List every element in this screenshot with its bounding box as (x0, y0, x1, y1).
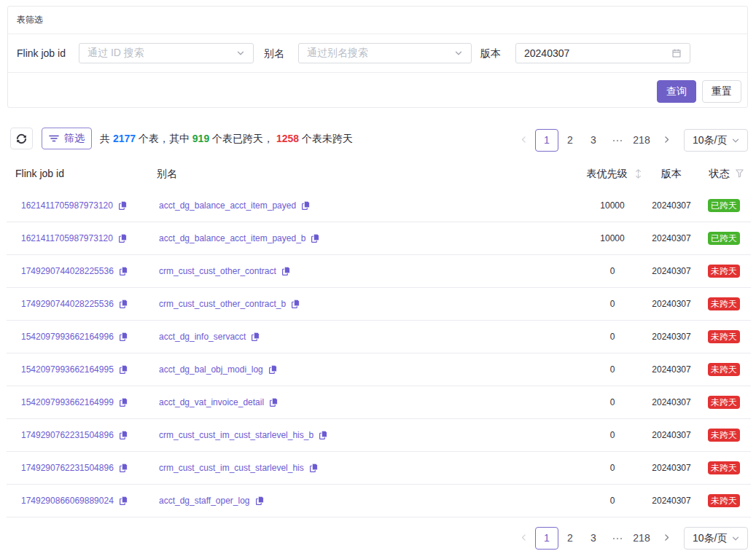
copy-icon[interactable] (251, 332, 260, 342)
top-pagination-row: 123218 10条/页 (0, 129, 756, 152)
funnel-filter-icon[interactable] (736, 169, 744, 178)
copy-icon[interactable] (269, 397, 278, 407)
chevron-down-icon (454, 49, 463, 58)
flink-job-id-link[interactable]: 1542097993662164996 (21, 332, 114, 342)
status-badge: 已跨天 (708, 199, 740, 212)
page-number-button[interactable]: 218 (628, 527, 655, 550)
next-page-button[interactable] (655, 129, 678, 152)
status-cell: 未跨天 (695, 321, 753, 353)
flink-job-id-link[interactable]: 1621411705987973120 (21, 200, 113, 211)
alias-link[interactable]: acct_dg_bal_obj_modi_log (159, 364, 263, 375)
alias-link[interactable]: acct_dg_balance_acct_item_payed_b (159, 233, 305, 243)
status-cell: 未跨天 (695, 288, 753, 320)
page-size-select[interactable]: 10条/页 (684, 129, 748, 152)
status-badge: 未跨天 (708, 461, 740, 474)
sorter-icon[interactable] (635, 169, 642, 179)
flink-job-id-link[interactable]: 1542097993662164995 (21, 364, 114, 375)
page-number-button[interactable]: 3 (582, 527, 605, 550)
copy-icon[interactable] (119, 299, 128, 309)
flink-job-id-placeholder: 通过 ID 搜索 (87, 47, 236, 60)
flink-job-id-link[interactable]: 1749290762231504896 (21, 463, 114, 473)
copy-icon[interactable] (119, 496, 128, 506)
chevron-down-icon (731, 534, 740, 543)
alias-link[interactable]: acct_dg_balance_acct_item_payed (159, 200, 296, 211)
status-cell: 未跨天 (695, 255, 753, 287)
next-page-button[interactable] (655, 527, 678, 550)
pagination-ellipsis[interactable] (605, 129, 628, 152)
copy-icon[interactable] (119, 364, 128, 375)
status-cell: 未跨天 (695, 353, 753, 386)
page-size-value: 10条/页 (693, 532, 727, 545)
flink-job-id-cell: 1621411705987973120 (21, 222, 128, 254)
table-row: 1621411705987973120acct_dg_balance_acct_… (7, 222, 751, 255)
alias-link[interactable]: acct_dg_info_servacct (159, 332, 246, 342)
page-number-button[interactable]: 2 (558, 129, 582, 152)
alias-cell: acct_dg_bal_obj_modi_log (159, 353, 278, 386)
filter-card-header: 表筛选 (8, 7, 747, 34)
status-cell: 已跨天 (695, 189, 753, 222)
copy-icon[interactable] (119, 266, 128, 276)
copy-icon[interactable] (311, 233, 320, 243)
copy-icon[interactable] (118, 233, 128, 243)
alias-link[interactable]: crm_cust_cust_other_contract_b (159, 299, 286, 309)
flink-job-id-link[interactable]: 1621411705987973120 (21, 233, 113, 243)
flink-job-id-link[interactable]: 1749290744028225536 (21, 266, 114, 276)
flink-job-id-link[interactable]: 1749290866069889024 (21, 496, 114, 506)
chevron-down-icon (236, 49, 245, 58)
table-row: 1542097993662164995acct_dg_bal_obj_modi_… (7, 353, 751, 386)
copy-icon[interactable] (291, 299, 300, 309)
alias-select[interactable]: 通过别名搜索 (298, 43, 472, 63)
alias-cell: crm_cust_cust_other_contract (159, 255, 291, 287)
page-number-button[interactable]: 1 (535, 527, 558, 550)
copy-icon[interactable] (119, 463, 128, 473)
flink-job-id-link[interactable]: 1749290744028225536 (21, 299, 114, 309)
alias-cell: crm_cust_cust_other_contract_b (159, 288, 300, 320)
search-button[interactable]: 查询 (657, 80, 696, 103)
table-body: 1621411705987973120acct_dg_balance_acct_… (7, 189, 751, 517)
page-number-button[interactable]: 1 (535, 129, 558, 152)
copy-icon[interactable] (119, 332, 128, 342)
alias-link[interactable]: acct_dg_vat_invoice_detail (159, 397, 264, 407)
flink-job-id-link[interactable]: 1749290762231504896 (21, 430, 114, 440)
column-header-flink-job-id: Flink job id (15, 164, 64, 183)
page-size-select[interactable]: 10条/页 (684, 527, 748, 550)
chevron-down-icon (731, 136, 740, 145)
alias-link[interactable]: acct_dg_staff_oper_log (159, 496, 250, 506)
alias-link[interactable]: crm_cust_cust_im_cust_starlevel_his (159, 463, 304, 473)
flink-job-id-cell: 1749290866069889024 (21, 485, 128, 517)
status-badge: 未跨天 (708, 429, 740, 442)
filter-card-title: 表筛选 (17, 14, 43, 26)
copy-icon[interactable] (281, 266, 291, 276)
alias-link[interactable]: crm_cust_cust_im_cust_starlevel_his_b (159, 430, 313, 440)
status-badge: 未跨天 (708, 297, 740, 310)
alias-link[interactable]: crm_cust_cust_other_contract (159, 266, 276, 276)
page-number-button[interactable]: 218 (628, 129, 655, 152)
filter-card-actions: 查询 重置 (657, 80, 741, 103)
version-date-value: 20240307 (524, 47, 671, 59)
alias-cell: acct_dg_info_servacct (159, 321, 260, 353)
reset-button[interactable]: 重置 (702, 80, 741, 103)
copy-icon[interactable] (119, 430, 128, 440)
pagination-ellipsis[interactable] (605, 527, 628, 550)
previous-page-button[interactable] (512, 129, 535, 152)
page-number-button[interactable]: 2 (558, 527, 582, 550)
copy-icon[interactable] (118, 200, 128, 211)
status-cell: 已跨天 (695, 222, 753, 254)
copy-icon[interactable] (309, 463, 319, 473)
flink-job-id-link[interactable]: 1542097993662164999 (21, 397, 114, 407)
copy-icon[interactable] (301, 200, 311, 211)
copy-icon[interactable] (319, 430, 328, 440)
status-cell: 未跨天 (695, 485, 753, 517)
page-number-button[interactable]: 3 (582, 129, 605, 152)
flink-job-id-cell: 1542097993662164995 (21, 353, 128, 386)
calendar-icon (671, 48, 682, 58)
flink-job-id-cell: 1621411705987973120 (21, 189, 128, 222)
version-date-input[interactable]: 20240307 (515, 43, 690, 63)
copy-icon[interactable] (268, 364, 278, 375)
copy-icon[interactable] (255, 496, 265, 506)
flink-job-id-select[interactable]: 通过 ID 搜索 (79, 43, 254, 63)
column-header-inner: 表优先级 (587, 164, 642, 183)
copy-icon[interactable] (119, 397, 128, 407)
previous-page-button[interactable] (512, 527, 535, 550)
pagination: 123218 (512, 129, 678, 152)
